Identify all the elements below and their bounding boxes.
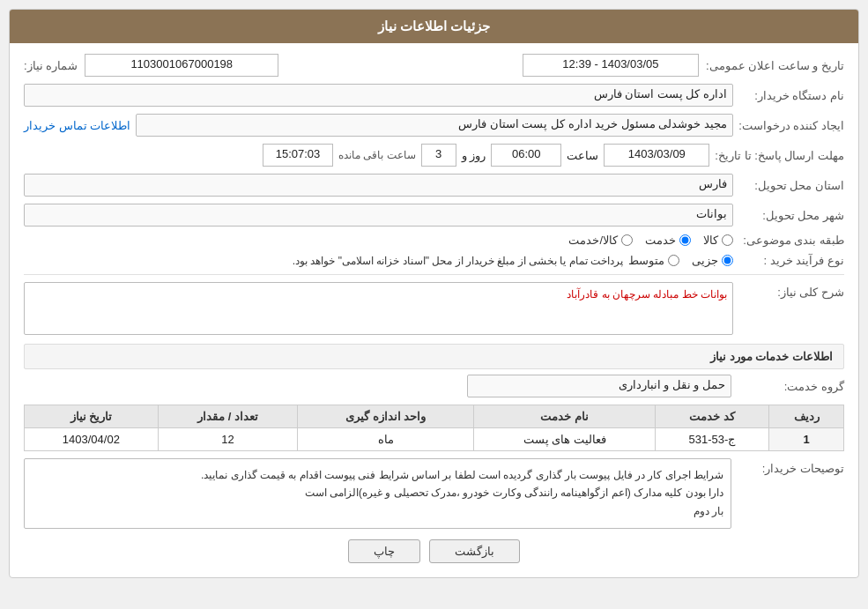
deadline-label: مهلت ارسال پاسخ: تا تاریخ: <box>715 149 844 162</box>
buyer-org-label: نام دستگاه خریدار: <box>738 89 844 102</box>
need-number-value: 1103001067000198 <box>85 54 278 77</box>
description-label: شرح کلی نیاز: <box>738 286 844 299</box>
city-value: بوانات <box>24 204 733 227</box>
remaining-time-label: ساعت باقی مانده <box>338 149 416 161</box>
col-quantity: تعداد / مقدار <box>158 405 298 428</box>
announce-datetime-value: 1403/03/05 - 12:39 <box>523 54 699 77</box>
table-row: 1 ج-53-531 فعالیت های پست ماه 12 1403/04… <box>25 428 844 451</box>
col-need-date: تاریخ نیاز <box>25 405 159 428</box>
buyer-notes-value: شرایط اجرای کار در فایل پیوست بار گذاری … <box>24 458 731 529</box>
col-row-num: ردیف <box>769 405 844 428</box>
services-section-label: اطلاعات خدمات مورد نیاز <box>24 344 844 369</box>
col-unit: واحد اندازه گیری <box>298 405 474 428</box>
col-service-name: نام خدمت <box>474 405 656 428</box>
category-option-kala-khedmat[interactable]: کالا/خدمت <box>568 234 633 247</box>
need-number-label: شماره نیاز: <box>24 59 78 72</box>
province-value: فارس <box>24 174 733 197</box>
print-button[interactable]: چاپ <box>348 539 420 563</box>
cell-need-date: 1403/04/02 <box>25 428 159 451</box>
creator-label: ایجاد کننده درخواست: <box>738 119 844 132</box>
service-group-value: حمل و نقل و انبارداری <box>467 375 731 397</box>
category-option-khedmat[interactable]: خدمت <box>645 234 691 247</box>
cell-unit: ماه <box>298 428 474 451</box>
creator-value: مجید خوشدلی مسئول خرید اداره کل پست استا… <box>136 114 733 137</box>
services-table: ردیف کد خدمت نام خدمت واحد اندازه گیری ت… <box>24 405 844 451</box>
purchase-type-jozi[interactable]: جزیی <box>692 254 733 267</box>
contact-link[interactable]: اطلاعات تماس خریدار <box>24 119 130 132</box>
deadline-time-label: ساعت <box>567 149 598 162</box>
remaining-time: 15:07:03 <box>263 144 333 167</box>
category-label: طبقه بندی موضوعی: <box>738 234 844 247</box>
cell-row-num: 1 <box>769 428 844 451</box>
buyer-notes-label: توصیحات خریدار: <box>738 462 844 475</box>
col-service-code: کد خدمت <box>655 405 768 428</box>
cell-service-name: فعالیت های پست <box>474 428 656 451</box>
purchase-type-motavasset[interactable]: متوسط <box>628 254 679 267</box>
action-buttons: بازگشت چاپ <box>24 539 844 563</box>
deadline-days-label: روز و <box>462 149 486 162</box>
service-group-label: گروه خدمت: <box>738 380 844 393</box>
page-title: جزئیات اطلاعات نیاز <box>10 10 858 43</box>
category-radio-group: کالا/خدمت خدمت کالا <box>568 234 733 247</box>
city-label: شهر محل تحویل: <box>738 209 844 222</box>
cell-quantity: 12 <box>158 428 298 451</box>
province-label: استان محل تحویل: <box>738 179 844 192</box>
purchase-type-label: نوع فرآیند خرید : <box>738 254 844 267</box>
deadline-time: 06:00 <box>491 144 561 167</box>
deadline-date: 1403/03/09 <box>604 144 709 167</box>
cell-service-code: ج-53-531 <box>655 428 768 451</box>
deadline-days: 3 <box>421 144 456 167</box>
announce-datetime-label: تاریخ و ساعت اعلان عمومی: <box>706 59 844 72</box>
purchase-note: پرداخت تمام یا بخشی از مبلغ خریدار از مح… <box>293 255 623 267</box>
back-button[interactable]: بازگشت <box>429 539 520 563</box>
purchase-type-radio-group: متوسط جزیی <box>628 254 733 267</box>
category-option-kala[interactable]: کالا <box>703 234 733 247</box>
description-value: بوانات خط مبادله سرچهان به قادرآباد <box>24 282 733 335</box>
buyer-org-value: اداره کل پست استان فارس <box>24 84 733 107</box>
